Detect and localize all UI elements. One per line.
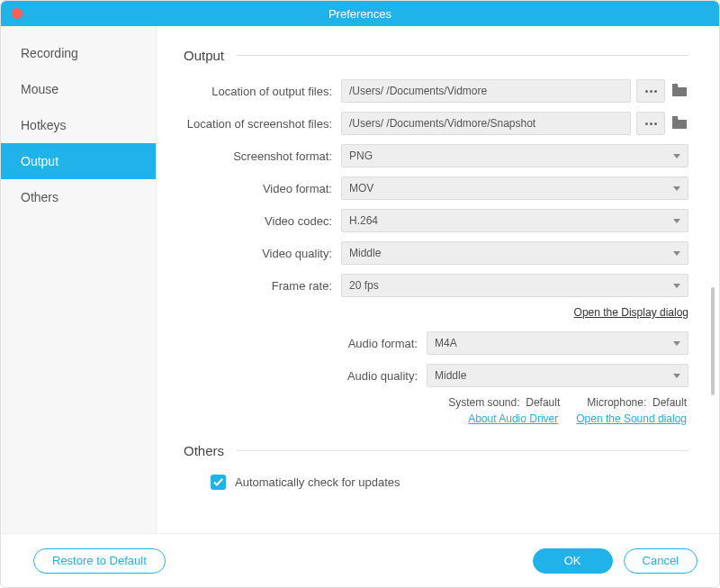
browse-screenshot-location-button[interactable] [636, 112, 665, 135]
label-frame-rate: Frame rate: [184, 279, 341, 293]
select-value: H.264 [349, 214, 378, 227]
chevron-down-icon [673, 374, 680, 378]
section-header-output: Output [184, 48, 688, 63]
auto-update-label: Automatically check for updates [235, 475, 400, 489]
sidebar: Recording Mouse Hotkeys Output Others [1, 26, 157, 533]
select-value: Middle [435, 369, 466, 382]
sidebar-item-mouse[interactable]: Mouse [1, 71, 156, 107]
label-video-format: Video format: [184, 182, 341, 195]
sidebar-item-recording[interactable]: Recording [1, 35, 156, 71]
screenshot-format-select[interactable]: PNG [341, 144, 688, 167]
frame-rate-select[interactable]: 20 fps [341, 274, 688, 297]
audio-status-row: System sound: Default Microphone: Defaul… [184, 396, 688, 409]
label-video-quality: Video quality: [184, 247, 341, 260]
about-audio-driver-link[interactable]: About Audio Driver [468, 412, 558, 425]
auto-update-checkbox[interactable] [211, 475, 226, 490]
chevron-down-icon [673, 284, 680, 288]
sidebar-item-label: Mouse [21, 82, 58, 96]
sidebar-item-hotkeys[interactable]: Hotkeys [1, 107, 156, 143]
open-sound-dialog-link[interactable]: Open the Sound dialog [576, 412, 687, 425]
video-codec-select[interactable]: H.264 [341, 209, 688, 232]
restore-default-button[interactable]: Restore to Default [33, 548, 166, 574]
video-format-select[interactable]: MOV [341, 176, 688, 200]
ok-button[interactable]: OK [533, 548, 613, 574]
section-title: Others [184, 443, 224, 458]
system-sound-value: Default [526, 396, 560, 409]
open-screenshot-folder-icon[interactable] [670, 116, 688, 131]
section-header-others: Others [184, 443, 688, 458]
audio-format-select[interactable]: M4A [427, 331, 688, 355]
footer: Restore to Default OK Cancel [1, 533, 719, 587]
microphone-value: Default [652, 396, 687, 409]
preferences-window: Preferences Recording Mouse Hotkeys Outp… [0, 0, 720, 588]
label-output-location: Location of output files: [184, 85, 341, 98]
window-body: Recording Mouse Hotkeys Output Others Ou… [1, 26, 719, 533]
chevron-down-icon [673, 341, 680, 346]
content-wrap: Output Location of output files: /Users/… [157, 26, 719, 533]
chevron-down-icon [673, 186, 680, 191]
browse-output-location-button[interactable] [636, 79, 665, 103]
label-screenshot-location: Location of screenshot files: [184, 117, 341, 131]
select-value: M4A [435, 337, 457, 349]
label-system-sound: System sound: [448, 396, 519, 409]
select-value: 20 fps [349, 279, 379, 292]
audio-quality-select[interactable]: Middle [427, 364, 688, 387]
sidebar-item-others[interactable]: Others [1, 179, 156, 215]
label-video-codec: Video codec: [184, 214, 341, 228]
sidebar-item-output[interactable]: Output [1, 143, 156, 179]
sidebar-item-label: Hotkeys [21, 118, 67, 132]
label-screenshot-format: Screenshot format: [184, 149, 341, 163]
content-pane: Output Location of output files: /Users/… [157, 26, 712, 533]
window-title: Preferences [1, 7, 719, 21]
select-value: PNG [349, 149, 373, 162]
select-value: MOV [349, 182, 374, 194]
label-audio-format: Audio format: [184, 337, 427, 350]
screenshot-location-field[interactable]: /Users/ /Documents/Vidmore/Snapshot [341, 112, 631, 135]
output-location-field[interactable]: /Users/ /Documents/Vidmore [341, 79, 631, 103]
svg-rect-1 [672, 116, 678, 119]
svg-rect-0 [672, 84, 678, 86]
sidebar-item-label: Output [21, 154, 58, 168]
titlebar: Preferences [1, 1, 719, 26]
label-audio-quality: Audio quality: [184, 369, 427, 383]
divider [237, 55, 688, 56]
sidebar-item-label: Recording [21, 46, 78, 60]
divider [237, 450, 688, 451]
sidebar-item-label: Others [21, 190, 58, 204]
video-quality-select[interactable]: Middle [341, 241, 688, 265]
label-microphone: Microphone: [587, 396, 646, 409]
open-output-folder-icon[interactable] [670, 84, 688, 98]
select-value: Middle [349, 247, 381, 259]
cancel-button[interactable]: Cancel [624, 548, 698, 574]
chevron-down-icon [673, 251, 680, 256]
open-display-dialog-link[interactable]: Open the Display dialog [574, 306, 688, 319]
chevron-down-icon [673, 154, 680, 158]
section-title: Output [184, 48, 224, 63]
chevron-down-icon [673, 219, 680, 223]
